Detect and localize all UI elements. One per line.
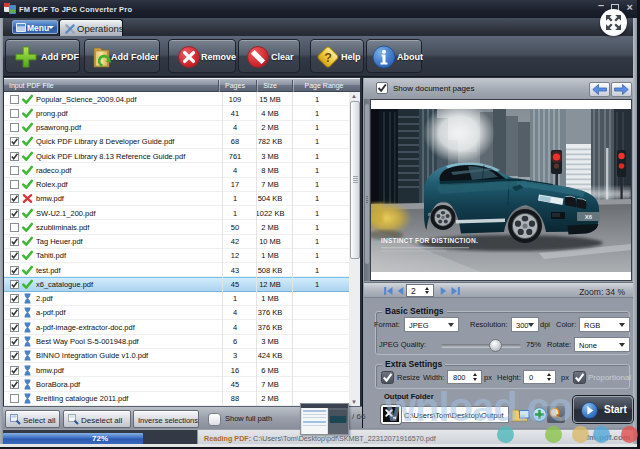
svg-text:INSTINCT FOR DISTINCTION.: INSTINCT FOR DISTINCTION. — [381, 237, 478, 244]
svg-text:X6: X6 — [585, 214, 593, 220]
svg-text:?: ? — [324, 51, 332, 65]
